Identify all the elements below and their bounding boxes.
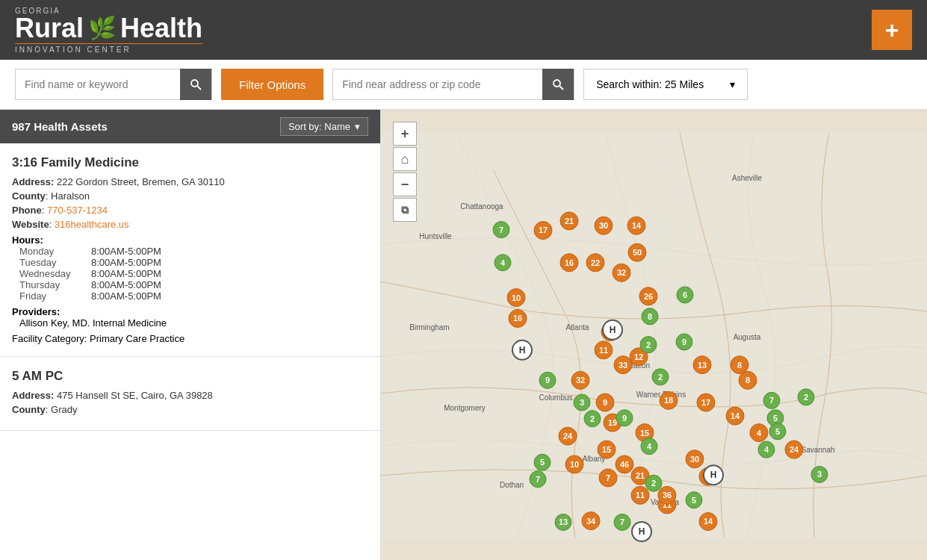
cluster-count: 15 [602, 445, 611, 454]
add-button[interactable]: + [872, 10, 912, 50]
hours-row: Tuesday8:00AM-5:00PM [19, 257, 368, 268]
cluster-count: 14 [731, 411, 740, 420]
sort-control[interactable]: Sort by: Name ▾ [280, 117, 368, 136]
listing-county: County: Grady [12, 404, 368, 415]
county-value: Grady [51, 404, 77, 415]
cluster-count: 7 [536, 475, 540, 484]
cluster-count: 5 [540, 458, 545, 467]
main-content: 987 Health Assets Sort by: Name ▾ 3:16 F… [0, 110, 927, 560]
hours-day: Tuesday [19, 257, 79, 268]
layers-button[interactable]: ⧉ [393, 198, 417, 222]
listing-county: County: Haralson [12, 190, 368, 202]
zoom-out-button[interactable]: − [393, 172, 417, 196]
logo-sub-text: INNOVATION CENTER [15, 43, 202, 54]
cluster-count: 10 [512, 293, 521, 302]
hours-table: Monday8:00AM-5:00PMTuesday8:00AM-5:00PMW… [19, 246, 368, 302]
city-label: Savannah [801, 446, 834, 454]
search-within-selector[interactable]: Search within: 25 Miles ▾ [583, 69, 748, 100]
hospital-label: H [610, 325, 616, 335]
hospital-label: H [639, 526, 645, 537]
cluster-count: 18 [664, 396, 673, 405]
phone-link[interactable]: 770-537-1234 [47, 205, 108, 216]
city-label: Montgomery [444, 404, 486, 412]
phone-label: Phone [12, 205, 42, 216]
address-label: Address: [12, 176, 54, 187]
cluster-count: 8 [648, 312, 652, 321]
address-search-box [332, 69, 574, 100]
cluster-count: 4 [500, 258, 506, 267]
keyword-search-box [15, 69, 212, 100]
cluster-count: 26 [644, 292, 653, 301]
address-search-button[interactable] [542, 69, 574, 100]
logo-health-text: Health [120, 15, 202, 42]
address-input[interactable] [333, 69, 542, 99]
hours-row: Wednesday8:00AM-5:00PM [19, 268, 368, 279]
cluster-count: 46 [620, 460, 629, 469]
cluster-count: 9 [622, 414, 627, 423]
keyword-search-button[interactable] [180, 69, 211, 100]
hours-time: 8:00AM-5:00PM [91, 257, 161, 268]
zoom-in-button[interactable]: + [393, 122, 417, 146]
hours-row: Thursday8:00AM-5:00PM [19, 279, 368, 290]
cluster-count: 32 [576, 376, 585, 385]
cluster-count: 16 [565, 258, 574, 267]
cluster-count: 7 [606, 473, 610, 482]
filter-options-button[interactable]: Filter Options [221, 69, 323, 100]
sort-label: Sort by: Name [288, 121, 350, 132]
cluster-count: 2 [590, 414, 595, 423]
cluster-count: 5 [775, 427, 780, 436]
city-label: Columbus [539, 393, 572, 402]
hours-time: 8:00AM-5:00PM [91, 268, 161, 279]
hours-day: Thursday [19, 279, 79, 290]
cluster-count: 4 [764, 445, 769, 454]
cluster-count: 12 [634, 352, 643, 361]
facility-label: Facility Category [12, 333, 84, 344]
providers-section: Providers: Allison Key, MD. Internal Med… [12, 306, 368, 329]
cluster-count: 9 [682, 337, 686, 346]
cluster-count: 3 [817, 470, 822, 479]
cluster-count: 7 [620, 517, 624, 526]
cluster-count: 3 [580, 398, 584, 407]
home-button[interactable]: ⌂ [393, 147, 417, 171]
listing-address: Address: 475 Hansell St SE, Cairo, GA 39… [12, 390, 368, 401]
cluster-count: 33 [618, 361, 627, 370]
hours-day: Wednesday [19, 268, 79, 279]
hours-row: Friday8:00AM-5:00PM [19, 290, 368, 302]
hours-day: Monday [19, 246, 79, 257]
address-label: Address: [12, 390, 54, 401]
cluster-count: 4 [757, 429, 762, 438]
website-link[interactable]: 316healthcare.us [55, 219, 129, 230]
logo: GEORGIA Rural 🌿 Health INNOVATION CENTER [15, 7, 202, 54]
cluster-count: 36 [663, 491, 672, 500]
cluster-count: 4 [647, 442, 652, 451]
cluster-count: 30 [599, 221, 608, 230]
svg-line-3 [559, 86, 563, 90]
listing-card: 3:16 Family Medicine Address: 222 Gordon… [0, 143, 380, 357]
county-value: Haralson [51, 190, 90, 202]
hours-row: Monday8:00AM-5:00PM [19, 246, 368, 257]
cluster-count: 13 [559, 517, 568, 526]
cluster-count: 34 [586, 517, 596, 526]
facility-category: Facility Category: Primary Care Practice [12, 333, 368, 344]
cluster-count: 9 [603, 398, 607, 407]
cluster-count: 2 [658, 373, 663, 382]
assets-count: 987 Health Assets [12, 120, 108, 133]
map-area: ChattanoogaAshevilleHuntsvilleAtlantaBir… [381, 110, 927, 560]
address-value: 475 Hansell St SE, Cairo, GA 39828 [57, 390, 213, 401]
hours-day: Friday [19, 290, 79, 302]
listing-name: 5 AM PC [12, 369, 368, 384]
provider-name: Allison Key, MD. Internal Medicine [19, 317, 368, 329]
svg-point-2 [554, 80, 560, 87]
cluster-count: 24 [790, 445, 799, 454]
city-label: Dothan [500, 481, 524, 489]
search-icon [190, 78, 202, 90]
svg-line-1 [197, 86, 201, 90]
hours-time: 8:00AM-5:00PM [91, 279, 161, 290]
cluster-count: 50 [633, 248, 642, 257]
search-within-label: Search within: 25 Miles [596, 78, 704, 90]
cluster-count: 9 [545, 376, 550, 385]
cluster-count: 14 [704, 517, 713, 526]
cluster-count: 2 [646, 340, 651, 349]
keyword-input[interactable] [16, 69, 180, 99]
cluster-count: 22 [591, 258, 600, 267]
